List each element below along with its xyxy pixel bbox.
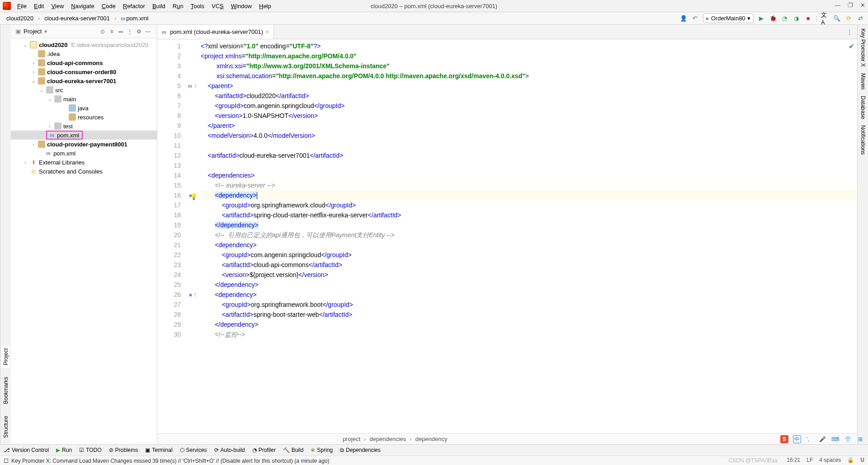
tool-version-control[interactable]: ⎇Version Control [4, 447, 49, 453]
right-rail-notifications[interactable]: Notifications [860, 125, 866, 155]
menu-tools[interactable]: Tools [187, 2, 208, 10]
tree-row[interactable]: ›cloud-api-commons [11, 58, 157, 67]
menu-help[interactable]: Help [255, 2, 275, 10]
chinese-mode-icon[interactable]: 中 [793, 435, 801, 443]
profile-icon[interactable]: ◑ [793, 14, 801, 23]
menu-run[interactable]: Run [169, 2, 187, 10]
tree-row[interactable]: mpom.xml [11, 149, 157, 158]
tab-options-icon[interactable]: ⋮ [842, 28, 857, 35]
hide-icon[interactable]: — [143, 28, 152, 35]
status-line-sep[interactable]: LF [807, 457, 813, 465]
add-user-icon[interactable]: 👤 [679, 14, 688, 23]
tree-root[interactable]: ⌄ cloud2020 E:\idea-workspace\cloud2020 [11, 40, 157, 49]
tool-problems[interactable]: ⊘Problems [109, 447, 138, 453]
editor-code[interactable]: <?xml version="1.0" encoding="UTF-8"?><p… [201, 39, 857, 433]
crumb-dependency[interactable]: dependency [415, 436, 448, 442]
tree-row[interactable]: java [11, 103, 157, 113]
collapse-all-icon[interactable]: ≕ [116, 28, 125, 35]
tool-terminal[interactable]: ▣Terminal [145, 447, 172, 453]
editor[interactable]: 1234567891011121314151617181920212223242… [157, 39, 857, 433]
left-rail-project[interactable]: Project [2, 346, 10, 368]
editor-tab[interactable]: m pom.xml (cloud-eureka-server7001) × [157, 25, 274, 39]
tool-autobuild[interactable]: ⟳Auto-build [214, 447, 245, 453]
expand-all-icon[interactable]: ≡ [107, 28, 116, 35]
left-rail-structure[interactable]: Structure [2, 413, 10, 441]
crumb-project[interactable]: project [343, 436, 360, 442]
menu-edit[interactable]: Edit [30, 2, 47, 10]
status-indent[interactable]: 4 spaces [819, 457, 841, 465]
debug-icon[interactable]: 🐞 [769, 14, 777, 23]
toolbox-icon[interactable]: ⊞ [856, 435, 864, 443]
left-rail-bookmarks[interactable]: Bookmarks [2, 374, 10, 407]
lock-icon[interactable]: 🔒 [847, 457, 854, 465]
run-icon[interactable]: ▶ [757, 14, 765, 23]
bottom-tool-bar: ⎇Version Control ▶Run ☑TODO ⊘Problems ▣T… [0, 444, 868, 456]
punctuation-icon[interactable]: '。 [806, 435, 814, 443]
breadcrumb-module[interactable]: cloud-eureka-server7001 [42, 14, 112, 23]
close-icon[interactable]: × [266, 29, 269, 35]
stop-icon[interactable]: ■ [804, 14, 812, 23]
memory-indicator[interactable]: U [860, 457, 864, 465]
gear-icon[interactable]: ⚙ [134, 28, 143, 35]
menu-view[interactable]: View [47, 2, 67, 10]
menu-navigate[interactable]: Navigate [67, 2, 98, 10]
sogou-ime-icon[interactable]: S [780, 435, 788, 443]
select-opened-file-icon[interactable]: ⊙ [98, 28, 107, 35]
status-icon[interactable]: ☐ [4, 458, 9, 464]
right-rail-maven[interactable]: Maven [860, 73, 866, 89]
right-rail-keypromoter[interactable]: Key Promoter X [860, 28, 866, 67]
tool-spring[interactable]: ❀Spring [311, 447, 333, 453]
keyboard-icon[interactable]: ⌨ [831, 435, 839, 443]
back-arrow-icon[interactable]: ↶ [691, 14, 699, 23]
inspection-ok-icon[interactable]: ✔ [849, 42, 854, 51]
tool-dependencies[interactable]: ⧉Dependencies [340, 447, 381, 453]
breadcrumb-file[interactable]: mpom.xml [119, 14, 150, 23]
menu-code[interactable]: Code [98, 2, 119, 10]
workspace: Structure Bookmarks Project ▣ Project ▾ … [0, 25, 868, 444]
chevron-down-icon: ▾ [747, 15, 750, 22]
left-tool-rail: Structure Bookmarks Project [0, 25, 11, 444]
tree-row[interactable]: mpom.xml [11, 131, 157, 140]
tree-row[interactable]: ›cloud-consumer-order80 [11, 67, 157, 76]
tree-row[interactable]: ›cloud-provider-payment8001 [11, 140, 157, 149]
tree-row[interactable]: ⌄src [11, 85, 157, 94]
breadcrumb-root[interactable]: cloud2020 [5, 14, 35, 23]
update-icon[interactable]: ⇄ [856, 14, 864, 23]
menu-window[interactable]: Window [227, 2, 255, 10]
window-close-icon[interactable]: ✕ [860, 2, 865, 9]
tree-row[interactable]: resources [11, 113, 157, 122]
right-rail-database[interactable]: Database [860, 96, 866, 119]
tree-row[interactable]: .idea [11, 49, 157, 58]
menu-refactor[interactable]: Refactor [119, 2, 149, 10]
search-icon[interactable]: 🔍 [833, 14, 841, 23]
tree-row[interactable]: ›test [11, 122, 157, 131]
coverage-icon[interactable]: ◔ [781, 14, 789, 23]
chevron-down-icon[interactable]: ▾ [44, 28, 47, 35]
window-minimize-icon[interactable]: — [835, 2, 840, 9]
tool-run[interactable]: ▶Run [56, 447, 72, 453]
menu-file[interactable]: File [14, 2, 30, 10]
separator: | [816, 15, 817, 22]
tool-build[interactable]: 🔨Build [283, 447, 304, 453]
sync-icon[interactable]: ⟳ [844, 14, 853, 23]
tool-profiler[interactable]: ◔Profiler [252, 447, 276, 453]
window-maximize-icon[interactable]: ❐ [848, 2, 853, 9]
tree-row[interactable]: ⌄main [11, 94, 157, 103]
translate-icon[interactable]: 文A [821, 14, 829, 23]
crumb-dependencies[interactable]: dependencies [369, 436, 406, 442]
project-panel-title[interactable]: Project [24, 28, 42, 35]
tree-scratches[interactable]: ◎ Scratches and Consoles [11, 167, 157, 176]
tool-services[interactable]: ⬡Services [180, 447, 207, 453]
menu-build[interactable]: Build [149, 2, 169, 10]
status-bar: ☐ Key Promoter X: Command Load Maven Cha… [0, 456, 868, 465]
project-tree[interactable]: ⌄ cloud2020 E:\idea-workspace\cloud2020 … [11, 38, 157, 444]
mic-icon[interactable]: 🎤 [818, 435, 826, 443]
menubar: File Edit View Navigate Code Refactor Bu… [0, 0, 868, 12]
run-configuration-dropdown[interactable]: ▸ OrderMain80 ▾ [703, 14, 754, 23]
tree-external-libraries[interactable]: ›⦀ External Libraries [11, 158, 157, 167]
menu-vcs[interactable]: VCS [208, 2, 227, 10]
tree-row[interactable]: ⌄cloud-eureka-server7001 [11, 76, 157, 85]
skin-icon[interactable]: 👕 [844, 435, 852, 443]
editor-area: m pom.xml (cloud-eureka-server7001) × ⋮ … [157, 25, 857, 444]
tool-todo[interactable]: ☑TODO [79, 447, 101, 453]
